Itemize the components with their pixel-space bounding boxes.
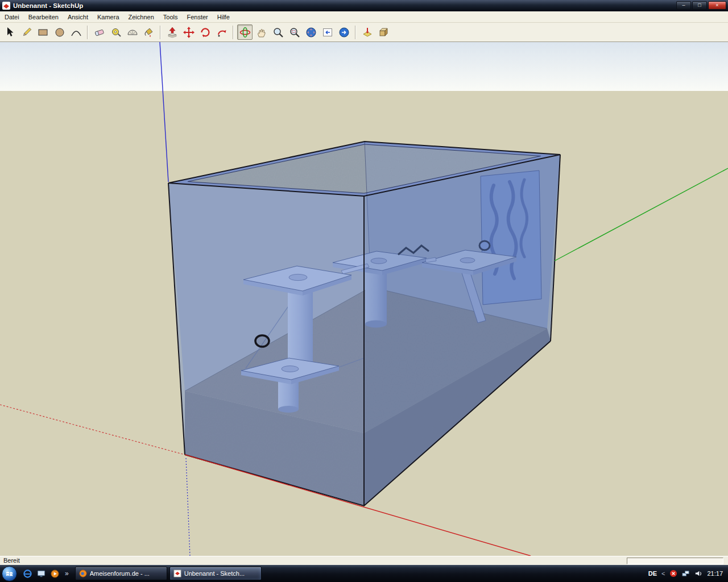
push-pull-icon	[166, 26, 179, 39]
paint-bucket-tool-button[interactable]	[141, 24, 156, 40]
windows-flag-icon	[6, 570, 13, 577]
next-view-button[interactable]	[336, 24, 351, 40]
components-icon	[378, 26, 390, 39]
tray-expand-chevron[interactable]: <	[661, 570, 665, 577]
title-bar[interactable]: Unbenannt - SketchUp – □ ×	[0, 0, 728, 11]
offset-tool-button[interactable]	[214, 24, 229, 40]
toolbar-separator	[87, 26, 88, 39]
menu-item-kamera[interactable]: Kamera	[93, 12, 124, 22]
media-player-icon[interactable]	[50, 569, 60, 579]
rectangle-tool-button[interactable]	[35, 24, 51, 40]
toolbar-separator	[160, 26, 161, 39]
arc-icon	[70, 26, 82, 39]
network-icon[interactable]	[682, 569, 690, 577]
sketchup-logo-icon	[2, 2, 10, 10]
drawing-area[interactable]	[0, 42, 728, 556]
zoom-tool-button[interactable]	[270, 24, 286, 40]
paint-bucket-icon	[143, 26, 155, 39]
taskbar-item-firefox[interactable]: Ameisenforum.de - ...	[75, 567, 167, 580]
minimize-button[interactable]: –	[676, 1, 691, 10]
viewport-sky	[0, 42, 728, 91]
eraser-icon	[93, 26, 106, 39]
window-controls: – □ ×	[676, 1, 726, 10]
internet-explorer-icon[interactable]	[23, 569, 32, 579]
components-tool-button[interactable]	[376, 24, 391, 40]
previous-view-button[interactable]	[320, 24, 335, 40]
zoom-window-tool-button[interactable]	[287, 24, 302, 40]
rectangle-icon	[37, 26, 49, 39]
select-tool-button[interactable]	[2, 24, 18, 40]
tape-measure-tool-button[interactable]	[108, 24, 123, 40]
menu-item-ansicht[interactable]: Ansicht	[63, 12, 93, 22]
circle-tool-button[interactable]	[52, 24, 67, 40]
show-desktop-icon[interactable]	[36, 569, 46, 579]
section-plane-tool-button[interactable]	[359, 24, 375, 40]
volume-icon[interactable]	[694, 569, 702, 577]
close-button[interactable]: ×	[708, 1, 726, 10]
select-arrow-icon	[4, 26, 16, 39]
orbit-icon	[239, 26, 251, 39]
eraser-tool-button[interactable]	[92, 24, 107, 40]
arc-tool-button[interactable]	[68, 24, 84, 40]
next-view-icon	[338, 26, 350, 39]
taskbar-item-sketchup[interactable]: Unbenannt - Sketch...	[169, 567, 262, 580]
toolbar-separator	[355, 26, 356, 39]
task-buttons: Ameisenforum.de - ... Unbenannt - Sketch…	[75, 567, 262, 580]
menu-item-bearbeiten[interactable]: Bearbeiten	[24, 12, 63, 22]
quick-launch-bar: »	[23, 569, 70, 579]
task-label: Ameisenforum.de - ...	[90, 570, 150, 577]
zoom-extents-icon	[305, 26, 317, 39]
taskbar: » Ameisenforum.de - ... Unbenannt - Sket…	[0, 565, 728, 582]
maximize-button[interactable]: □	[692, 1, 707, 10]
protractor-icon	[126, 26, 139, 39]
push-pull-tool-button[interactable]	[164, 24, 180, 40]
tray-alert-icon[interactable]	[669, 569, 677, 577]
move-icon	[183, 26, 195, 39]
rotate-icon	[199, 26, 212, 39]
pan-hand-icon	[255, 26, 268, 39]
quick-launch-chevron[interactable]: »	[64, 569, 70, 577]
system-tray: DE < 21:17	[648, 569, 728, 577]
toolbar-separator	[233, 26, 234, 39]
sketchup-window: Unbenannt - SketchUp – □ × Datei Bearbei…	[0, 0, 728, 582]
glass-ventilation-hole[interactable]	[255, 335, 269, 347]
zoom-window-icon	[288, 26, 301, 39]
menu-item-hilfe[interactable]: Hilfe	[213, 12, 234, 22]
measurements-field[interactable]	[627, 558, 723, 564]
menu-item-datei[interactable]: Datei	[0, 12, 24, 22]
menu-item-fenster[interactable]: Fenster	[182, 12, 212, 22]
pan-tool-button[interactable]	[254, 24, 269, 40]
task-label: Unbenannt - Sketch...	[184, 570, 245, 577]
offset-icon	[216, 26, 228, 39]
previous-view-icon	[321, 26, 334, 39]
firefox-icon	[79, 569, 87, 577]
zoom-icon	[272, 26, 284, 39]
language-indicator[interactable]: DE	[648, 570, 657, 577]
line-tool-button[interactable]	[19, 24, 34, 40]
status-text: Bereit	[3, 557, 20, 564]
move-tool-button[interactable]	[181, 24, 196, 40]
section-plane-icon	[361, 26, 374, 39]
circle-icon	[53, 26, 66, 39]
protractor-tool-button[interactable]	[125, 24, 140, 40]
pencil-icon	[20, 26, 33, 39]
zoom-extents-tool-button[interactable]	[303, 24, 318, 40]
clock: 21:17	[707, 570, 723, 577]
menu-bar: Datei Bearbeiten Ansicht Kamera Zeichnen…	[0, 11, 728, 23]
status-bar: Bereit	[0, 556, 728, 565]
menu-item-tools[interactable]: Tools	[159, 12, 183, 22]
start-button[interactable]	[2, 566, 17, 581]
sketchup-icon	[173, 569, 181, 577]
rotate-tool-button[interactable]	[197, 24, 213, 40]
window-title: Unbenannt - SketchUp	[13, 2, 83, 9]
viewport-canvas[interactable]	[0, 42, 728, 556]
menu-item-zeichnen[interactable]: Zeichnen	[124, 12, 159, 22]
tool-bar	[0, 23, 728, 42]
tape-measure-icon	[110, 26, 122, 39]
orbit-tool-button[interactable]	[237, 24, 253, 40]
